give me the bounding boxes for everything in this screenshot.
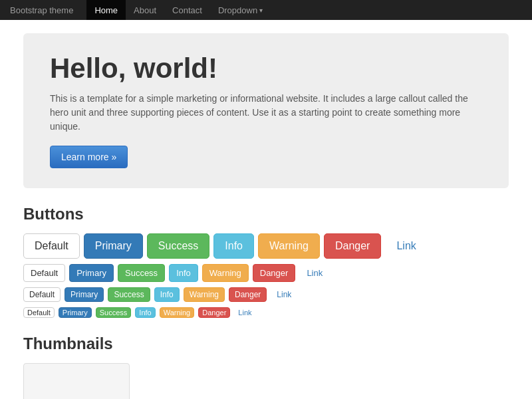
nav-item-contact[interactable]: Contact xyxy=(164,0,210,20)
btn-danger-md[interactable]: Danger xyxy=(253,264,296,282)
btn-link-lg[interactable]: Link xyxy=(385,233,427,259)
learn-more-button[interactable]: Learn more » xyxy=(50,146,128,168)
btn-default-md[interactable]: Default xyxy=(23,264,65,282)
btn-link-xs[interactable]: Link xyxy=(234,307,255,318)
btn-row-md: Default Primary Success Info Warning Dan… xyxy=(23,264,509,282)
buttons-section-title: Buttons xyxy=(23,205,509,223)
btn-row-lg: Default Primary Success Info Warning Dan… xyxy=(23,233,509,259)
dropdown-arrow-icon: ▾ xyxy=(259,7,263,14)
hero-unit: Hello, world! This is a template for a s… xyxy=(23,33,509,188)
btn-info-xs[interactable]: Info xyxy=(135,307,155,318)
btn-success-xs[interactable]: Success xyxy=(96,307,132,318)
btn-danger-sm[interactable]: Danger xyxy=(229,287,267,302)
btn-warning-lg[interactable]: Warning xyxy=(258,233,320,259)
btn-row-xs: Default Primary Success Info Warning Dan… xyxy=(23,307,509,318)
btn-warning-md[interactable]: Warning xyxy=(202,264,249,282)
btn-info-lg[interactable]: Info xyxy=(213,233,254,259)
btn-info-sm[interactable]: Info xyxy=(154,287,180,302)
btn-warning-xs[interactable]: Warning xyxy=(160,307,195,318)
btn-link-md[interactable]: Link xyxy=(299,264,330,282)
thumbnails-section: Thumbnails 200x200 xyxy=(23,334,509,399)
btn-primary-lg[interactable]: Primary xyxy=(84,233,143,259)
nav-item-home[interactable]: Home xyxy=(86,0,126,20)
navbar-brand[interactable]: Bootstrap theme xyxy=(10,5,73,15)
thumbnails-section-title: Thumbnails xyxy=(23,334,509,353)
navbar: Bootstrap theme Home About Contact Dropd… xyxy=(0,0,532,20)
btn-success-md[interactable]: Success xyxy=(118,264,165,282)
btn-info-md[interactable]: Info xyxy=(169,264,198,282)
btn-default-xs[interactable]: Default xyxy=(23,307,55,318)
thumbnail-item[interactable]: 200x200 xyxy=(23,363,130,399)
btn-success-lg[interactable]: Success xyxy=(147,233,209,259)
btn-danger-xs[interactable]: Danger xyxy=(198,307,230,318)
navbar-nav: Home About Contact Dropdown ▾ xyxy=(86,0,271,20)
main-container: Hello, world! This is a template for a s… xyxy=(13,20,519,399)
btn-primary-sm[interactable]: Primary xyxy=(65,287,104,302)
btn-row-sm: Default Primary Success Info Warning Dan… xyxy=(23,287,509,302)
btn-default-lg[interactable]: Default xyxy=(23,233,80,259)
nav-item-dropdown[interactable]: Dropdown ▾ xyxy=(210,0,271,20)
btn-link-sm[interactable]: Link xyxy=(271,287,297,302)
hero-description: This is a template for a simple marketin… xyxy=(50,92,482,134)
btn-success-sm[interactable]: Success xyxy=(108,287,150,302)
btn-primary-xs[interactable]: Primary xyxy=(59,307,92,318)
btn-warning-sm[interactable]: Warning xyxy=(184,287,225,302)
btn-default-sm[interactable]: Default xyxy=(23,287,61,302)
buttons-section: Buttons Default Primary Success Info War… xyxy=(23,205,509,318)
nav-item-about[interactable]: About xyxy=(126,0,164,20)
btn-danger-lg[interactable]: Danger xyxy=(324,233,381,259)
btn-primary-md[interactable]: Primary xyxy=(69,264,114,282)
hero-heading: Hello, world! xyxy=(50,53,482,84)
